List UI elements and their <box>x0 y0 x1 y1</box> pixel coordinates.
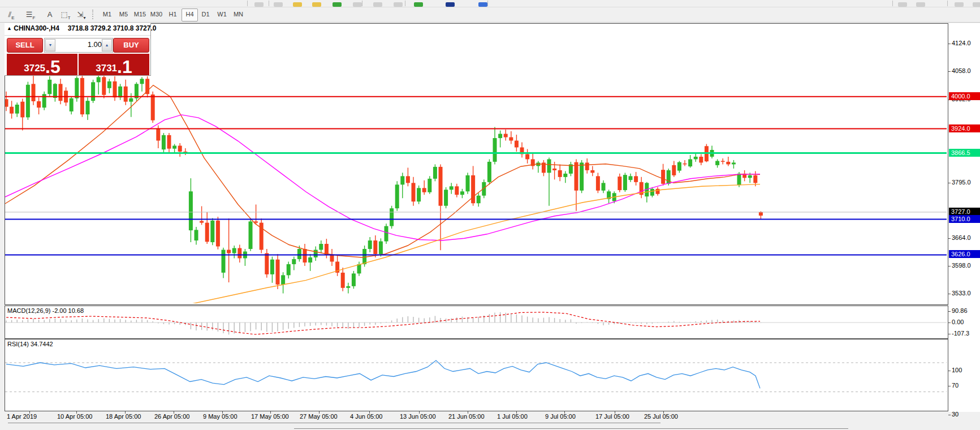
toolbar-icon-stub[interactable] <box>312 2 321 7</box>
text-icon[interactable]: A <box>43 8 57 20</box>
date-label: 21 Jun 05:00 <box>448 413 485 420</box>
rsi-label: RSI(14) 34.7442 <box>7 341 53 347</box>
macd-tick: 90.86 <box>952 307 968 314</box>
macd-label: MACD(12,26,9) -2.00 10.68 <box>7 307 84 314</box>
text-label-icon[interactable]: ⬚T <box>59 8 72 20</box>
date-label: 26 Apr 05:00 <box>154 413 189 420</box>
toolbar-icon-stub[interactable] <box>955 2 964 7</box>
ask-main: 3731 <box>96 63 117 74</box>
toolbar-grip[interactable] <box>92 10 96 19</box>
timeframe-w1[interactable]: W1 <box>214 8 230 20</box>
symbol-period-label: CHINA300-,H4 <box>14 24 59 32</box>
timeframe-m15[interactable]: M15 <box>132 8 148 20</box>
toolbar-separator <box>247 1 248 6</box>
date-label: 17 Jul 05:00 <box>595 413 629 420</box>
price-tick: 4124.0 <box>952 40 971 46</box>
toolbar-icon-stub[interactable] <box>274 2 283 7</box>
timeframe-m1[interactable]: M1 <box>100 8 115 20</box>
timeframe-mn[interactable]: MN <box>231 8 246 20</box>
price-tag: 3866.5 <box>949 149 980 157</box>
rsi-tick: 100 <box>952 367 962 373</box>
toolbar-icon-stub[interactable] <box>333 2 342 7</box>
ask-price-box[interactable]: 3731 .1 <box>79 54 149 75</box>
toolbar-icon-stub[interactable] <box>478 2 487 7</box>
toolbar-icon-stub[interactable] <box>973 2 980 7</box>
ask-frac: .1 <box>117 59 132 74</box>
price-tick: 3664.0 <box>952 234 971 241</box>
macd-tick: 0.00 <box>952 319 964 325</box>
toolbar-icon-stub[interactable] <box>373 2 382 7</box>
buy-button[interactable]: BUY <box>113 38 149 53</box>
price-tag: 3924.0 <box>949 124 980 132</box>
bid-price-box[interactable]: 3725 .5 <box>7 54 77 75</box>
bid-frac: .5 <box>45 59 61 74</box>
timeframe-m5[interactable]: M5 <box>116 8 131 20</box>
order-buttons-row: SELL ▼ 1.00 ▲ BUY <box>5 36 150 54</box>
timeframe-d1[interactable]: D1 <box>198 8 213 20</box>
price-tag: 3626.0 <box>949 250 980 258</box>
sell-button[interactable]: SELL <box>7 38 43 53</box>
date-label: 18 Apr 05:00 <box>106 413 141 420</box>
toolbar-icon-stub[interactable] <box>394 2 403 7</box>
chart-title[interactable]: ▲ CHINA300-,H4 3718.8 3729.2 3710.8 3727… <box>5 23 150 36</box>
price-tag: 4000.0 <box>949 92 980 100</box>
toolbar-icon-stub[interactable] <box>254 2 264 7</box>
ohlc-values: 3718.8 3729.2 3710.8 3727.0 <box>68 24 157 32</box>
rsi-panel[interactable]: RSI(14) 34.7442 <box>5 339 948 411</box>
fibonacci-icon[interactable]: ☰F <box>24 8 37 20</box>
main-toolbar-clipped <box>0 0 980 7</box>
rsi-tick: 70 <box>952 382 959 389</box>
price-tick: 3795.0 <box>952 179 971 186</box>
toolbar-separator <box>269 1 269 6</box>
macd-tick: -107.3 <box>952 330 969 337</box>
toolbar-icon-stub[interactable] <box>916 2 925 7</box>
timeframe-m30[interactable]: M30 <box>149 8 164 20</box>
volume-increase-icon[interactable]: ▲ <box>102 39 112 51</box>
toolbar-separator <box>487 1 488 6</box>
date-label: 9 May 05:00 <box>203 413 238 420</box>
price-tag: 3710.0 <box>949 215 980 223</box>
toolbar-separator <box>947 1 948 6</box>
date-label: 27 May 05:00 <box>300 413 338 420</box>
bottom-divider <box>8 423 660 423</box>
rsi-tick: 30 <box>952 411 959 418</box>
bid-ask-row: 3725 .5 3731 .1 <box>5 54 150 75</box>
price-tag: 3727.0 <box>949 208 980 216</box>
date-label: 25 Jul 05:00 <box>644 413 678 420</box>
collapse-icon[interactable]: ▲ <box>7 25 12 31</box>
volume-spinner: ▼ 1.00 ▲ <box>44 38 113 53</box>
toolbar-separator <box>362 1 362 6</box>
toolbar-icon-stub[interactable] <box>353 2 362 7</box>
equidistant-channel-icon[interactable]: ⫽E <box>5 8 18 20</box>
toolbar-separator <box>405 1 405 6</box>
toolbar-separator <box>892 1 893 6</box>
macd-panel[interactable]: MACD(12,26,9) -2.00 10.68 <box>5 306 948 339</box>
toolbar-icon-stub[interactable] <box>898 2 907 7</box>
date-axis[interactable]: 1 Apr 201910 Apr 05:0018 Apr 05:0026 Apr… <box>5 411 948 422</box>
bottom-divider <box>294 428 848 429</box>
timeframe-h4[interactable]: H4 <box>182 8 198 22</box>
date-label: 4 Jun 05:00 <box>350 413 383 420</box>
date-label: 1 Jul 05:00 <box>497 413 528 420</box>
arrow-style-icon[interactable]: ⇲▾ <box>75 8 88 20</box>
date-label: 10 Apr 05:00 <box>57 413 92 420</box>
one-click-trading-panel: ▲ CHINA300-,H4 3718.8 3729.2 3710.8 3727… <box>5 23 151 76</box>
price-tick: 3598.0 <box>952 262 971 269</box>
toolbar-icon-stub[interactable] <box>293 2 302 7</box>
rsi-line <box>6 360 760 388</box>
volume-field[interactable]: 1.00 <box>54 38 102 51</box>
toolbar-icon-stub[interactable] <box>414 2 423 7</box>
price-tick: 3533.0 <box>952 290 971 296</box>
macd-chart <box>5 306 947 337</box>
date-label: 13 Jun 05:00 <box>400 413 436 420</box>
price-tick: 4058.0 <box>952 67 971 74</box>
rsi-chart <box>5 339 947 410</box>
price-axis[interactable]: 4124.04058.03992.03795.03664.03598.03533… <box>948 23 980 412</box>
date-label: 17 May 05:00 <box>251 413 289 420</box>
trading-terminal-window: ⫽E☰FA⬚T⇲▾ M1M5M15M30H1H4D1W1MN MACD(12,2… <box>0 0 980 430</box>
bottom-edge <box>0 422 980 430</box>
timeframe-h1[interactable]: H1 <box>165 8 180 20</box>
date-label: 9 Jul 05:00 <box>545 413 576 420</box>
toolbar-icon-stub[interactable] <box>446 2 455 7</box>
chart-toolbar: ⫽E☰FA⬚T⇲▾ M1M5M15M30H1H4D1W1MN <box>0 7 980 23</box>
